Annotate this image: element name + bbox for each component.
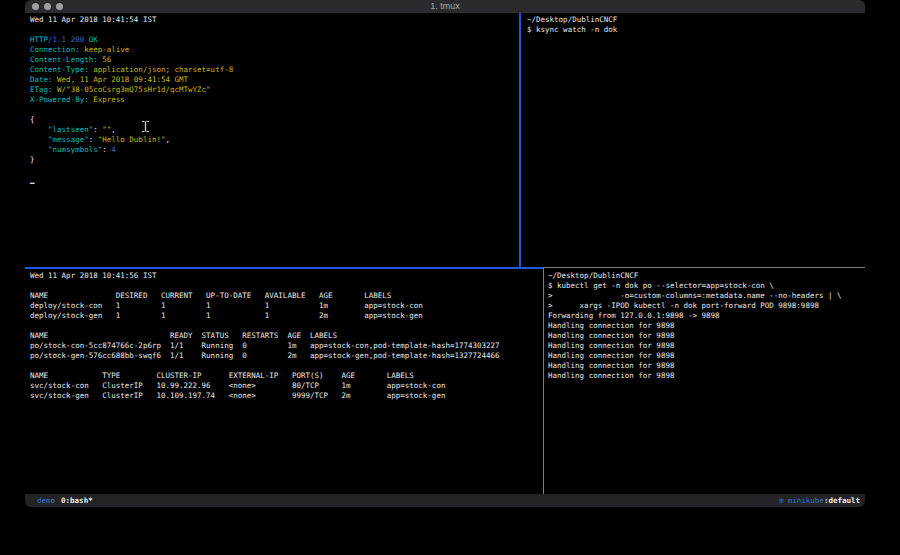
pane-ksync-watch[interactable]: ~/Desktop/DublinCNCF$ ksync watch -n dok xyxy=(522,13,865,269)
terminal-line: Handling connection for 9898 xyxy=(548,321,865,331)
terminal-line: svc/stock-gen ClusterIP 10.109.197.74 <n… xyxy=(30,391,548,401)
terminal-window: 1. tmux Wed 11 Apr 2018 10:41:54 IST HTT… xyxy=(25,0,865,507)
terminal-line: ETag: W/"38-05coCsrg3mQ75sHr1d/qcMTwYZc" xyxy=(30,85,524,95)
close-button[interactable] xyxy=(32,3,39,10)
kube-context: minikube xyxy=(788,496,824,505)
terminal-line: ▁ xyxy=(30,175,524,185)
tmux-status-bar: demo 0:bash* ⎈ minikube :default xyxy=(25,494,865,507)
terminal-line xyxy=(30,321,548,331)
terminal-line: $ ksync watch -n dok xyxy=(527,25,865,35)
terminal-line: Date: Wed, 11 Apr 2018 09:41:54 GMT xyxy=(30,75,524,85)
terminal-line: deploy/stock-con 1 1 1 1 1m app=stock-co… xyxy=(30,301,548,311)
terminal-line: Handling connection for 9898 xyxy=(548,351,865,361)
terminal-line: ~/Desktop/DublinCNCF xyxy=(527,15,865,25)
window-label[interactable]: 0:bash* xyxy=(61,496,93,505)
terminal-line: X-Powered-By: Express xyxy=(30,95,524,105)
terminal-line: NAME TYPE CLUSTER-IP EXTERNAL-IP PORT(S)… xyxy=(30,371,548,381)
terminal-line: "lastseen": "", xyxy=(30,125,524,135)
pane-http-response[interactable]: Wed 11 Apr 2018 10:41:54 IST HTTP/1.1 20… xyxy=(25,13,524,269)
terminal-line: Wed 11 Apr 2018 10:41:54 IST xyxy=(30,15,524,25)
pane-divider-horizontal-active[interactable] xyxy=(25,267,543,269)
status-left: demo 0:bash* xyxy=(25,496,93,505)
window-title: 1. tmux xyxy=(25,0,865,13)
desktop: 1. tmux Wed 11 Apr 2018 10:41:54 IST HTT… xyxy=(0,0,900,555)
zoom-button[interactable] xyxy=(56,3,63,10)
terminal-line xyxy=(30,281,548,291)
terminal-line xyxy=(30,105,524,115)
pane-kubectl-get-all[interactable]: Wed 11 Apr 2018 10:41:56 IST NAME DESIRE… xyxy=(25,269,548,496)
terminal-line: Handling connection for 9898 xyxy=(548,331,865,341)
terminal-line: } xyxy=(30,155,524,165)
terminal-line: Content-Type: application/json; charset=… xyxy=(30,65,524,75)
terminal-line xyxy=(30,361,548,371)
pane-port-forward[interactable]: ~/Desktop/DublinCNCF$ kubectl get -n dok… xyxy=(545,269,865,496)
terminal-line: HTTP/1.1 200 OK xyxy=(30,35,524,45)
terminal-line: Handling connection for 9898 xyxy=(548,361,865,371)
terminal-line: Wed 11 Apr 2018 10:41:56 IST xyxy=(30,271,548,281)
pane-divider-vertical-inactive[interactable] xyxy=(543,268,544,494)
terminal-line: NAME READY STATUS RESTARTS AGE LABELS xyxy=(30,331,548,341)
terminal-line: deploy/stock-gen 1 1 1 1 2m app=stock-ge… xyxy=(30,311,548,321)
terminal-line: NAME DESIRED CURRENT UP-TO-DATE AVAILABL… xyxy=(30,291,548,301)
status-right: ⎈ minikube :default xyxy=(778,496,865,506)
terminal-line: "numsymbols": 4 xyxy=(30,145,524,155)
terminal-line: $ kubectl get -n dok po --selector=app=s… xyxy=(548,281,865,291)
pane-divider-vertical-active[interactable] xyxy=(519,13,521,268)
pane-divider-horizontal-inactive[interactable] xyxy=(543,267,865,268)
terminal-line: Content-Length: 56 xyxy=(30,55,524,65)
kube-namespace: :default xyxy=(824,496,860,505)
terminal-line: po/stock-gen-576cc688bb-swqf6 1/1 Runnin… xyxy=(30,351,548,361)
terminal-line: > xargs -IPOD kubectl -n dok port-forwar… xyxy=(548,301,865,311)
kubernetes-helm-icon: ⎈ xyxy=(778,496,784,506)
terminal-line: svc/stock-con ClusterIP 10.99.222.96 <no… xyxy=(30,381,548,391)
window-titlebar[interactable]: 1. tmux xyxy=(25,0,865,13)
terminal-line: po/stock-con-5cc874766c-2p6rp 1/1 Runnin… xyxy=(30,341,548,351)
minimize-button[interactable] xyxy=(44,3,51,10)
terminal-line: "message": "Hello Dublin!", xyxy=(30,135,524,145)
terminal-line: Handling connection for 9898 xyxy=(548,341,865,351)
terminal-line: ~/Desktop/DublinCNCF xyxy=(548,271,865,281)
session-name: demo xyxy=(37,496,55,505)
terminal-line xyxy=(30,25,524,35)
terminal-line: > -o=custom-columns=:metadata.name --no-… xyxy=(548,291,865,301)
terminal-line xyxy=(30,165,524,175)
terminal-line: Handling connection for 9898 xyxy=(548,371,865,381)
terminal-line: Connection: keep-alive xyxy=(30,45,524,55)
terminal-line: Forwarding from 127.0.0.1:9898 -> 9898 xyxy=(548,311,865,321)
traffic-lights xyxy=(32,0,63,13)
terminal-line: { xyxy=(30,115,524,125)
